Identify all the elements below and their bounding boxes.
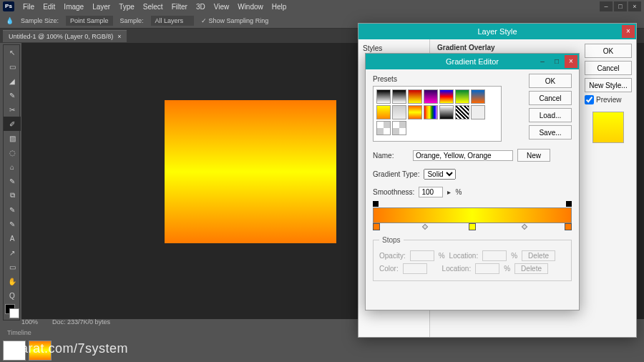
window-close-button[interactable]: × — [628, 1, 641, 11]
menu-help[interactable]: Help — [272, 3, 287, 11]
smoothness-arrow-icon[interactable]: ▸ — [447, 188, 451, 196]
gradient-name-input[interactable] — [413, 150, 513, 161]
gradient-preset-14[interactable] — [376, 121, 391, 135]
gradient-preset-4[interactable] — [439, 89, 454, 104]
gradient-editor-titlebar[interactable]: Gradient Editor – □ × — [366, 54, 579, 69]
menu-3d[interactable]: 3D — [196, 3, 205, 11]
gradient-type-select[interactable]: Solid — [424, 169, 456, 180]
pen-tool[interactable]: ✎ — [4, 217, 21, 231]
gradient-preset-2[interactable] — [408, 89, 422, 104]
smoothness-input[interactable] — [419, 187, 443, 197]
menu-select[interactable]: Select — [143, 3, 163, 11]
sample-select[interactable]: All Layers — [151, 16, 194, 26]
heal-tool[interactable]: ▨ — [4, 131, 21, 145]
lasso-tool[interactable]: ◢ — [4, 74, 21, 88]
zoom-level[interactable]: 100% — [21, 318, 38, 326]
gradient-preset-10[interactable] — [424, 105, 438, 119]
midpoint-left[interactable] — [421, 224, 427, 230]
menu-view[interactable]: View — [214, 3, 230, 11]
layer-style-cancel-button[interactable]: Cancel — [585, 61, 632, 75]
layer-thumb-gradient[interactable] — [29, 341, 52, 361]
gradient-preset-11[interactable] — [439, 105, 454, 119]
gradient-bar[interactable] — [373, 207, 572, 223]
gradient-preset-15[interactable] — [392, 121, 406, 135]
menu-window[interactable]: Window — [238, 3, 263, 11]
opacity-stop-right[interactable] — [566, 201, 572, 207]
opacity-stop-left[interactable] — [373, 201, 379, 207]
window-minimize-button[interactable]: – — [600, 1, 613, 11]
wand-tool[interactable]: ✎ — [4, 88, 21, 102]
gradient-load-button[interactable]: Load... — [529, 108, 572, 122]
marquee-tool[interactable]: ▭ — [4, 59, 21, 74]
gradient-editor-close-button[interactable]: × — [565, 55, 577, 68]
menu-edit[interactable]: Edit — [43, 3, 55, 11]
gradient-preset-9[interactable] — [408, 105, 422, 119]
menu-filter[interactable]: Filter — [172, 3, 187, 11]
gradient-type-label: Gradient Type: — [373, 170, 419, 178]
zoom-tool[interactable]: Q — [4, 288, 21, 303]
history-brush-tool[interactable]: ✎ — [4, 174, 21, 188]
type-tool[interactable]: A — [4, 231, 21, 245]
gradient-new-button[interactable]: New — [517, 149, 550, 162]
gradient-save-button[interactable]: Save... — [529, 125, 572, 140]
gradient-preset-6[interactable] — [471, 89, 485, 104]
layer-style-title: Layer Style — [477, 27, 517, 36]
gradient-preset-3[interactable] — [424, 89, 438, 104]
color-swatches[interactable] — [4, 303, 19, 320]
eraser-tool[interactable]: ⧉ — [4, 188, 21, 202]
document-tab-close-icon[interactable]: × — [117, 33, 121, 40]
move-tool[interactable]: ↖ — [4, 45, 21, 59]
color-stop-center[interactable] — [469, 223, 476, 230]
path-tool[interactable]: ↗ — [4, 245, 21, 260]
stops-group: Stops Opacity: % Location: % Delete Colo… — [373, 236, 572, 281]
gradient-preset-7[interactable] — [376, 105, 391, 119]
color-field-label: Color: — [379, 265, 399, 273]
layer-style-new-style-button[interactable]: New Style... — [585, 78, 632, 92]
document-tab[interactable]: Untitled-1 @ 100% (Layer 0, RGB/8) × — [3, 30, 127, 42]
hand-tool[interactable]: ✋ — [4, 274, 21, 288]
gradient-preset-0[interactable] — [376, 89, 391, 104]
gradient-editor-max-button[interactable]: □ — [550, 55, 563, 68]
background-color[interactable] — [9, 308, 19, 318]
preview-checkbox-input[interactable] — [585, 95, 594, 104]
opacity-pct: % — [439, 252, 445, 260]
menu-file[interactable]: File — [23, 3, 34, 11]
gradient-bar-editor[interactable] — [373, 203, 572, 232]
shape-tool[interactable]: ▭ — [4, 260, 21, 274]
menu-layer[interactable]: Layer — [92, 3, 110, 11]
stamp-tool[interactable]: ⌂ — [4, 160, 21, 174]
brush-tool[interactable]: ◌ — [4, 145, 21, 160]
crop-tool[interactable]: ✂ — [4, 102, 21, 117]
stops-legend: Stops — [379, 236, 404, 244]
gradient-preset-8[interactable] — [392, 105, 406, 119]
gradient-preset-1[interactable] — [392, 89, 406, 104]
document-tab-title: Untitled-1 @ 100% (Layer 0, RGB/8) — [9, 33, 113, 40]
opacity-location-label: Location: — [449, 252, 479, 260]
gradient-cancel-button[interactable]: Cancel — [529, 91, 572, 105]
color-field — [403, 263, 427, 274]
layer-style-close-button[interactable]: × — [622, 25, 635, 38]
layer-style-titlebar[interactable]: Layer Style × — [358, 24, 636, 39]
layer-style-preview-checkbox[interactable]: Preview — [585, 95, 632, 104]
gradient-preset-12[interactable] — [455, 105, 469, 119]
gradient-presets — [373, 86, 502, 142]
gradient-ok-button[interactable]: OK — [529, 74, 572, 88]
color-stop-right[interactable] — [565, 223, 572, 230]
show-sampling-ring-checkbox[interactable]: Show Sampling Ring — [201, 17, 269, 24]
midpoint-right[interactable] — [521, 224, 527, 230]
gradient-overlay-title: Gradient Overlay — [437, 44, 573, 52]
gradient-tool[interactable]: ✎ — [4, 202, 21, 217]
document-canvas[interactable] — [165, 100, 336, 243]
window-maximize-button[interactable]: □ — [614, 1, 627, 11]
gradient-editor-min-button[interactable]: – — [536, 55, 549, 68]
eyedropper-tool[interactable]: ✐ — [4, 117, 21, 131]
menu-image[interactable]: Image — [64, 3, 84, 11]
gradient-preset-13[interactable] — [471, 105, 485, 119]
layer-style-ok-button[interactable]: OK — [585, 44, 632, 58]
menu-type[interactable]: Type — [119, 3, 135, 11]
gradient-preset-5[interactable] — [455, 89, 469, 104]
sample-size-select[interactable]: Point Sample — [66, 16, 113, 26]
color-stop-left[interactable] — [373, 223, 380, 230]
timeline-panel-label[interactable]: Timeline — [3, 328, 36, 338]
layer-thumb-bg[interactable] — [3, 341, 26, 361]
